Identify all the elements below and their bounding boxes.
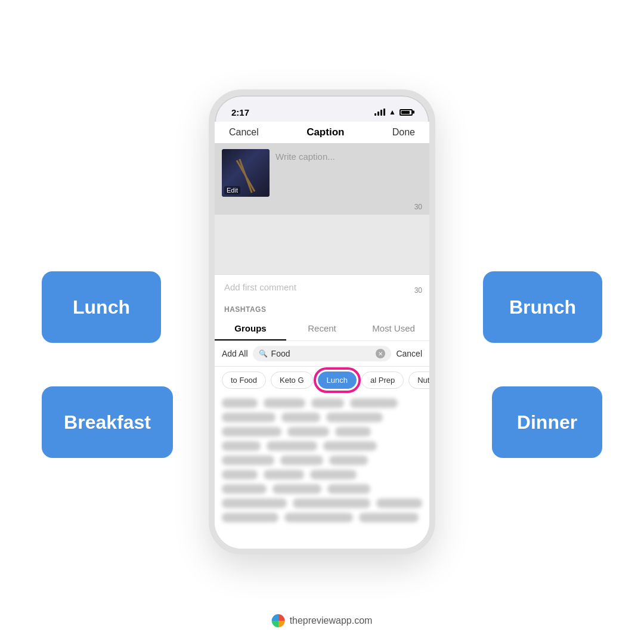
search-input[interactable]: Food <box>271 349 373 358</box>
breakfast-card-label: Breakfast <box>64 411 151 434</box>
tab-recent[interactable]: Recent <box>286 317 358 340</box>
tab-groups[interactable]: Groups <box>215 317 286 340</box>
nav-cancel-button[interactable]: Cancel <box>229 127 259 138</box>
nav-bar: Cancel Caption Done <box>215 122 429 143</box>
caption-area[interactable]: Edit Write caption... 30 <box>215 143 429 215</box>
phone-device: 2:17 ▲ Cancel Caption Done <box>209 89 435 555</box>
footer-text: thepreviewapp.com <box>290 615 373 626</box>
search-icon: 🔍 <box>259 349 268 358</box>
tag-pill-keto-g[interactable]: Keto G <box>271 371 312 389</box>
brunch-card-label: Brunch <box>509 296 576 318</box>
add-all-button[interactable]: Add All <box>222 349 248 358</box>
brunch-card[interactable]: Brunch <box>483 271 602 343</box>
dinner-card-label: Dinner <box>517 411 577 434</box>
tag-pill-nutrition[interactable]: Nutrition <box>408 371 429 389</box>
comment-placeholder: Add first comment <box>224 282 296 292</box>
caption-char-count: 30 <box>414 203 422 211</box>
nav-title: Caption <box>306 126 344 138</box>
phone-screen: Cancel Caption Done Edit Write caption..… <box>215 122 429 549</box>
comment-char-count: 30 <box>414 286 422 295</box>
search-input-wrapper[interactable]: 🔍 Food ✕ <box>253 346 392 361</box>
caption-thumbnail[interactable]: Edit <box>222 149 270 197</box>
breakfast-card[interactable]: Breakfast <box>42 386 173 458</box>
nav-done-button[interactable]: Done <box>392 127 415 138</box>
edit-label[interactable]: Edit <box>224 186 240 194</box>
status-time: 2:17 <box>231 107 249 117</box>
tag-pill-meal-prep[interactable]: al Prep <box>361 371 404 389</box>
status-bar: 2:17 ▲ <box>215 95 429 122</box>
tabs-bar: Groups Recent Most Used <box>215 317 429 341</box>
search-bar: Add All 🔍 Food ✕ Cancel <box>215 341 429 367</box>
tag-pill-lunch[interactable]: Lunch <box>318 371 357 389</box>
tag-pill-keto-food[interactable]: to Food <box>222 371 266 389</box>
hashtag-results <box>215 394 429 549</box>
caption-extended-area <box>215 215 429 274</box>
footer-watermark: thepreviewapp.com <box>272 614 373 627</box>
phone-frame: 2:17 ▲ Cancel Caption Done <box>209 89 435 555</box>
caption-input[interactable]: Write caption... <box>270 149 341 209</box>
lunch-card-label: Lunch <box>73 296 130 318</box>
tag-pills-row: to Food Keto G Lunch al Prep Nutrition <box>215 367 429 394</box>
lunch-card[interactable]: Lunch <box>42 271 161 343</box>
battery-icon <box>400 109 413 116</box>
status-icons: ▲ <box>374 108 413 116</box>
search-clear-button[interactable]: ✕ <box>376 349 385 358</box>
dinner-card[interactable]: Dinner <box>492 386 602 458</box>
preview-app-logo <box>272 614 285 627</box>
tab-most-used[interactable]: Most Used <box>358 317 429 340</box>
hashtags-label: HASHTAGS <box>215 299 429 317</box>
wifi-icon: ▲ <box>389 108 396 116</box>
comment-field[interactable]: Add first comment 30 <box>215 274 429 299</box>
signal-icon <box>374 109 385 116</box>
search-cancel-button[interactable]: Cancel <box>396 349 422 358</box>
